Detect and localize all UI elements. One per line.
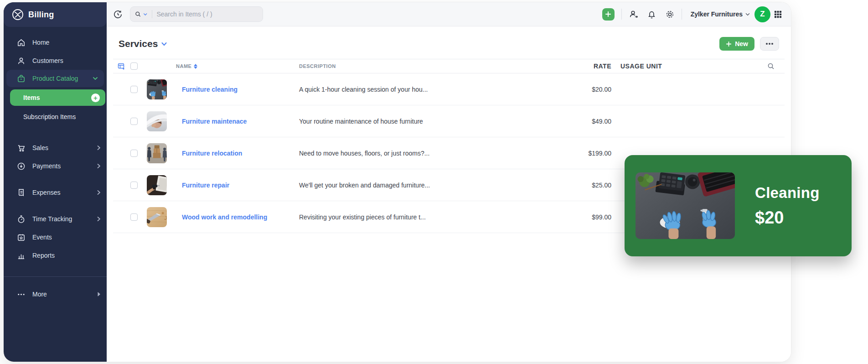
new-item-button[interactable]: New	[719, 37, 754, 51]
ellipsis-icon	[765, 42, 774, 45]
item-rate: $99.00	[561, 213, 611, 221]
sidebar-item-label: Customers	[32, 57, 63, 64]
name-column-label: NAME	[176, 63, 191, 69]
stopwatch-icon	[17, 215, 26, 224]
sidebar-item-items[interactable]: Items +	[10, 89, 105, 106]
page-title-dropdown[interactable]: Services	[119, 38, 167, 49]
item-rate: $49.00	[561, 118, 611, 125]
promo-price: $20	[755, 208, 820, 228]
search-input[interactable]	[156, 10, 258, 18]
quick-create-button[interactable]	[602, 8, 615, 21]
user-avatar[interactable]: Z	[754, 6, 770, 22]
user-icon	[17, 57, 26, 65]
payment-icon	[17, 162, 26, 171]
notifications-bell-icon[interactable]	[647, 10, 656, 19]
sidebar-item-label: Subscription Items	[23, 113, 76, 120]
add-item-icon[interactable]: +	[91, 94, 100, 102]
search-icon	[135, 10, 141, 18]
sidebar: Billing Home Customers Product Catalog I…	[4, 2, 107, 362]
sidebar-item-label: Sales	[32, 144, 48, 151]
item-thumbnail-repair	[147, 175, 167, 195]
sidebar-item-more[interactable]: More	[4, 285, 107, 303]
sidebar-item-label: Events	[32, 234, 52, 241]
calendar-icon	[17, 233, 26, 242]
settings-gear-icon[interactable]	[665, 10, 675, 19]
more-actions-button[interactable]	[760, 37, 779, 51]
item-thumbnail-maintenance	[147, 111, 167, 131]
item-description: Your routine maintenance of house furnit…	[299, 118, 561, 125]
sidebar-item-label: Time Tracking	[32, 215, 72, 223]
row-checkbox[interactable]	[130, 118, 138, 125]
chevron-down-icon	[745, 13, 750, 16]
app-title: Billing	[28, 10, 54, 20]
column-header-description: DESCRIPTION	[299, 63, 561, 69]
sidebar-item-label: More	[32, 291, 47, 298]
plus-icon	[605, 11, 611, 17]
chevron-down-icon[interactable]	[144, 13, 147, 16]
topbar-divider	[682, 9, 682, 20]
item-name-link[interactable]: Furniture relocation	[176, 150, 299, 157]
promo-card: Cleaning $20	[625, 155, 852, 256]
promo-photo-cleaning	[636, 172, 735, 239]
item-thumbnail-relocation	[147, 143, 167, 163]
sidebar-item-customers[interactable]: Customers	[4, 52, 107, 70]
sidebar-nav: Home Customers Product Catalog Items + S…	[4, 27, 107, 362]
sidebar-item-label: Product Catalog	[32, 75, 78, 82]
bag-icon	[17, 74, 26, 83]
avatar-letter: Z	[760, 10, 765, 19]
sidebar-item-product-catalog[interactable]: Product Catalog	[6, 70, 104, 87]
sidebar-item-label: Reports	[32, 252, 55, 259]
sidebar-item-time-tracking[interactable]: Time Tracking	[4, 210, 107, 228]
sidebar-item-expenses[interactable]: Expenses	[4, 183, 107, 202]
apps-grid-icon[interactable]	[773, 10, 783, 19]
recent-history-icon[interactable]	[113, 10, 123, 19]
sidebar-item-sales[interactable]: Sales	[4, 139, 107, 157]
chevron-down-icon	[93, 77, 98, 80]
item-description: Need to move houses, floors, or just roo…	[299, 150, 561, 157]
sidebar-item-events[interactable]: Events	[4, 228, 107, 246]
row-checkbox[interactable]	[130, 213, 138, 221]
customize-columns-icon[interactable]	[118, 62, 125, 70]
table-search-icon[interactable]	[767, 62, 775, 70]
table-row[interactable]: Furniture cleaning A quick 1-hour cleani…	[113, 73, 785, 105]
item-name-link[interactable]: Wood work and remodelling	[176, 213, 299, 221]
item-rate: $25.00	[561, 182, 611, 189]
row-checkbox[interactable]	[130, 86, 138, 93]
cart-icon	[17, 144, 26, 152]
row-checkbox[interactable]	[130, 150, 138, 157]
item-thumbnail-cleaning	[147, 79, 167, 99]
select-all-checkbox[interactable]	[130, 62, 138, 70]
chevron-right-icon	[97, 190, 100, 195]
sidebar-item-reports[interactable]: Reports	[4, 246, 107, 265]
promo-title: Cleaning	[755, 184, 820, 202]
item-description: A quick 1-hour cleaning session of your …	[299, 86, 561, 93]
table-row[interactable]: Furniture maintenace Your routine mainte…	[113, 105, 785, 137]
chevron-right-icon	[97, 217, 100, 221]
bar-chart-icon	[17, 251, 26, 260]
item-name-link[interactable]: Furniture cleaning	[176, 86, 299, 93]
sidebar-item-subscription-items[interactable]: Subscription Items	[4, 108, 107, 126]
sort-desc-icon	[194, 67, 197, 69]
chevron-down-icon	[161, 42, 167, 46]
org-switcher[interactable]: Zylker Furnitures	[691, 10, 750, 18]
item-name-link[interactable]: Furniture repair	[176, 182, 299, 189]
invite-users-icon[interactable]	[629, 10, 638, 19]
sidebar-item-label: Expenses	[32, 189, 60, 196]
table-header-row: NAME DESCRIPTION RATE USAGE UNIT	[113, 59, 785, 73]
billing-logo-icon	[12, 9, 24, 21]
sidebar-item-home[interactable]: Home	[4, 33, 107, 52]
sidebar-item-payments[interactable]: Payments	[4, 157, 107, 175]
app-logo[interactable]: Billing	[4, 2, 107, 27]
column-header-name[interactable]: NAME	[176, 63, 299, 69]
item-name-link[interactable]: Furniture maintenace	[176, 118, 299, 125]
column-header-rate: RATE	[561, 62, 611, 70]
sidebar-item-label: Payments	[32, 162, 61, 170]
sort-asc-icon	[194, 64, 197, 66]
sidebar-divider	[4, 276, 107, 277]
item-description: We'll get your broken and damaged furnit…	[299, 182, 561, 189]
global-search[interactable]	[130, 6, 263, 22]
row-checkbox[interactable]	[130, 182, 138, 189]
sidebar-item-label: Home	[32, 39, 49, 46]
new-button-label: New	[735, 40, 748, 47]
item-rate: $199.00	[561, 150, 611, 157]
